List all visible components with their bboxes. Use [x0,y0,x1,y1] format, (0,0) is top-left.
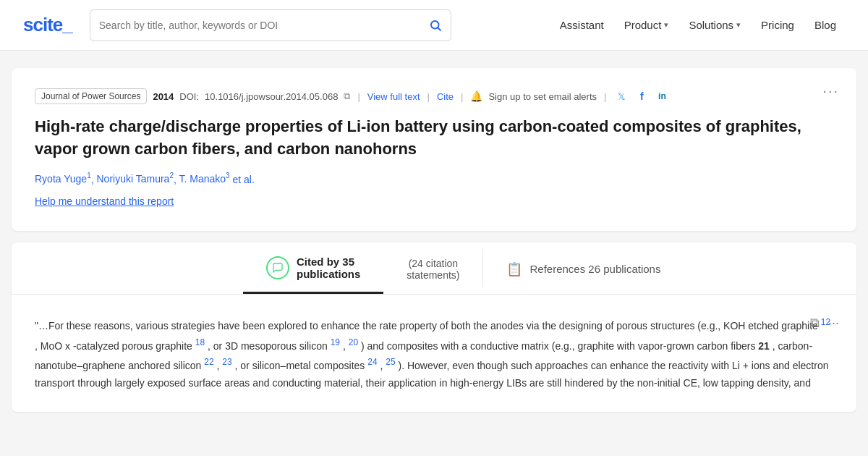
nav-item-solutions[interactable]: Solutions ▾ [680,13,749,37]
article-card: ··· Journal of Power Sources 2014 DOI: 1… [12,68,856,231]
article-meta: Journal of Power Sources 2014 DOI: 10.10… [35,88,833,104]
copy-icon[interactable]: ⧉ [810,312,820,334]
citation-actions: ⧉ ··· [810,312,839,334]
nav-item-blog[interactable]: Blog [806,13,845,37]
ref-23[interactable]: 23 [222,357,231,367]
et-al-link[interactable]: et al. [233,173,255,185]
navbar: scite_ Assistant Product ▾ Solutions ▾ P… [0,0,868,51]
bell-icon: 🔔 [470,90,482,102]
cite-link[interactable]: Cite [437,91,454,102]
svg-point-0 [431,21,439,29]
article-title: High-rate charge/discharge properties of… [35,116,833,161]
ref-24[interactable]: 24 [367,357,377,367]
more-options-button[interactable]: ··· [822,83,839,99]
author-1[interactable]: Ryota Yuge1 [35,173,91,185]
solutions-chevron-icon: ▾ [736,20,741,30]
copy-doi-icon[interactable]: ⧉ [344,90,350,102]
tab-cited-by[interactable]: Cited by 35 publications [243,242,383,294]
svg-line-1 [438,28,441,30]
doi-label: DOI: [179,91,199,102]
social-icons: 𝕏 f in [613,88,670,104]
facebook-icon[interactable]: f [634,88,650,104]
help-link[interactable]: Help me understand this report [35,195,174,207]
nav-links: Assistant Product ▾ Solutions ▾ Pricing … [551,13,845,37]
search-bar [90,9,451,41]
ref-22[interactable]: 22 [204,357,213,367]
references-label: References 26 publications [529,263,660,275]
search-input[interactable] [99,20,429,31]
cited-by-sub: publications [297,268,360,280]
citation-count-label: (24 citation [407,258,459,269]
author-3[interactable]: T. Manako3 [179,173,229,185]
citation-text: "…For these reasons, various strategies … [35,315,833,392]
citation-more-icon[interactable]: ··· [828,312,839,334]
nav-item-pricing[interactable]: Pricing [752,13,803,37]
product-chevron-icon: ▾ [664,20,668,30]
tabs-card: Cited by 35 publications (24 citation st… [12,242,856,412]
cited-by-icon [266,256,289,279]
ref-25[interactable]: 25 [386,357,395,367]
tab-citation-statements[interactable]: (24 citation statements) [383,242,482,294]
references-icon: 📋 [506,261,522,277]
ref-19[interactable]: 19 [331,337,340,347]
cited-by-label: Cited by 35 [297,256,360,268]
tab-references[interactable]: 📋 References 26 publications [483,242,684,294]
view-full-text-link[interactable]: View full text [367,91,420,102]
doi-value: 10.1016/j.jpowsour.2014.05.068 [205,91,338,102]
tabs-header: Cited by 35 publications (24 citation st… [12,242,856,295]
author-2[interactable]: Noriyuki Tamura2 [96,173,173,185]
authors: Ryota Yuge1, Noriyuki Tamura2, T. Manako… [35,172,833,185]
nav-item-assistant[interactable]: Assistant [551,13,613,37]
article-year: 2014 [153,91,174,102]
citation-count-sub: statements) [407,269,459,281]
search-icon [429,19,442,32]
nav-item-product[interactable]: Product ▾ [616,13,678,37]
ref-20[interactable]: 20 [349,337,358,347]
email-alerts-text[interactable]: Sign up to set email alerts [488,91,597,102]
brand-logo[interactable]: scite_ [23,14,72,36]
main-content: ··· Journal of Power Sources 2014 DOI: 1… [0,51,868,429]
linkedin-icon[interactable]: in [654,88,670,104]
twitter-icon[interactable]: 𝕏 [613,88,629,104]
journal-badge: Journal of Power Sources [35,88,147,104]
citation-body: ⧉ ··· "…For these reasons, various strat… [12,295,856,412]
ref-18[interactable]: 18 [195,337,205,347]
